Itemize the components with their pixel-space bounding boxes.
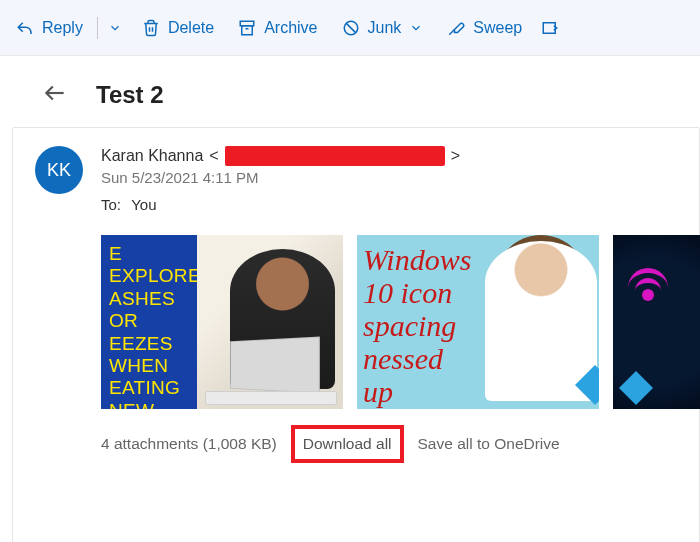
sweep-icon (447, 19, 465, 37)
attachment-thumbnail[interactable]: W (613, 235, 700, 409)
arrow-left-icon (42, 80, 68, 106)
to-label: To: (101, 196, 121, 213)
delete-label: Delete (168, 19, 214, 37)
download-all-link[interactable]: Download all (291, 425, 404, 463)
subject-row: Test 2 (0, 56, 700, 115)
more-button[interactable] (534, 8, 566, 48)
back-button[interactable] (42, 80, 68, 109)
svg-line-4 (346, 23, 356, 33)
trash-icon (142, 19, 160, 37)
avatar[interactable]: KK (35, 146, 83, 194)
sender-email-redacted (225, 146, 445, 166)
angle-bracket-close: > (451, 147, 460, 165)
save-onedrive-link[interactable]: Save all to OneDrive (418, 435, 560, 453)
message-subject: Test 2 (96, 81, 164, 109)
reply-button[interactable]: Reply (4, 8, 95, 48)
to-line: To: You (101, 196, 700, 213)
sender-name: Karan Khanna (101, 147, 203, 165)
archive-button[interactable]: Archive (226, 8, 329, 48)
message-card: KK Karan Khanna < > Sun 5/23/2021 4:11 P… (12, 127, 700, 542)
thumb-b-text: Windows 10 icon spacing nessed up (357, 235, 483, 409)
attachments-summary: 4 attachments (1,008 KB) (101, 435, 277, 453)
wifi-icon (627, 259, 669, 301)
attachments-actions: 4 attachments (1,008 KB) Download all Sa… (101, 425, 700, 463)
junk-label: Junk (368, 19, 402, 37)
archive-label: Archive (264, 19, 317, 37)
junk-button[interactable]: Junk (330, 8, 436, 48)
attachments-row: E EXPLORER ASHES OR EEZES WHEN EATING NE… (101, 235, 700, 409)
move-icon (540, 19, 560, 37)
attachment-thumbnail[interactable]: Windows 10 icon spacing nessed up (357, 235, 599, 409)
svg-rect-5 (543, 22, 555, 33)
sweep-button[interactable]: Sweep (435, 8, 534, 48)
delete-button[interactable]: Delete (130, 8, 226, 48)
sweep-label: Sweep (473, 19, 522, 37)
attachment-thumbnail[interactable]: E EXPLORER ASHES OR EEZES WHEN EATING NE… (101, 235, 343, 409)
thumb-a-text: E EXPLORER ASHES OR EEZES WHEN EATING NE… (101, 235, 197, 409)
thumb-a-image (197, 235, 343, 409)
angle-bracket-open: < (209, 147, 218, 165)
reply-icon (16, 19, 34, 37)
thumb-b-image (483, 235, 599, 409)
message-toolbar: Reply Delete Archive Junk Sweep (0, 0, 700, 56)
toolbar-separator (97, 17, 98, 39)
block-icon (342, 19, 360, 37)
to-value: You (131, 196, 156, 213)
windows-club-logo-icon (619, 371, 653, 405)
message-date: Sun 5/23/2021 4:11 PM (101, 169, 700, 186)
svg-rect-1 (242, 25, 253, 34)
chevron-down-icon (108, 21, 122, 35)
sender-line: Karan Khanna < > (101, 146, 700, 166)
archive-icon (238, 19, 256, 37)
reply-dropdown[interactable] (100, 8, 130, 48)
chevron-down-icon (409, 21, 423, 35)
reply-label: Reply (42, 19, 83, 37)
